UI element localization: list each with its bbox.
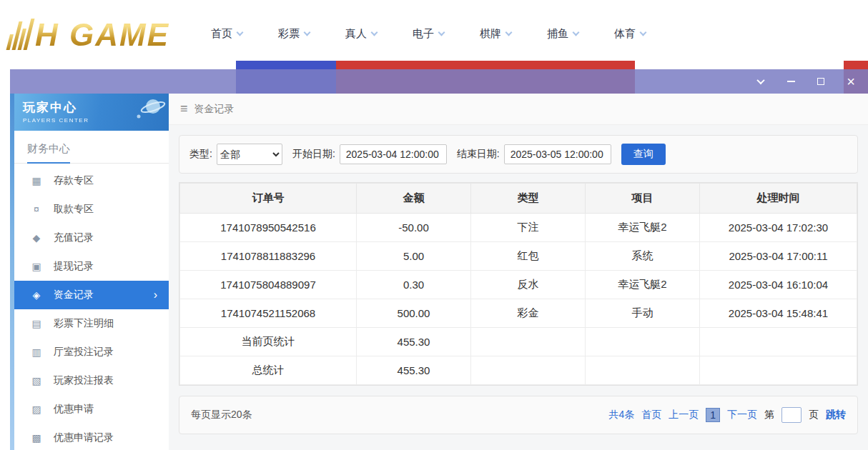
cell-amount: 5.00: [357, 242, 471, 271]
cell-amount: 500.00: [357, 299, 471, 328]
minimize-icon: [787, 81, 795, 82]
sidebar-item-promo-apply-record[interactable]: ▩ 优惠申请记录: [14, 424, 169, 450]
cell-amount: 0.30: [357, 271, 471, 299]
end-date-input[interactable]: [504, 144, 611, 164]
cell-time: 2025-03-04 17:02:30: [700, 214, 857, 242]
window-titlebar: ×: [10, 69, 868, 94]
cell-type: 彩金: [471, 299, 586, 328]
table-row-page-total: 当前页统计 455.30: [180, 328, 857, 356]
nav-item-fishing[interactable]: 捕鱼: [547, 27, 578, 41]
chevron-down-icon: [371, 29, 378, 36]
nav-item-home[interactable]: 首页: [211, 27, 242, 41]
table-row: 1741078950542516 -50.00 下注 幸运飞艇2 2025-03…: [180, 214, 857, 242]
window-close-button[interactable]: ×: [845, 76, 857, 87]
chevron-down-icon: [573, 29, 580, 36]
chevron-down-icon: [640, 29, 647, 36]
hall-bet-record-icon: ▥: [30, 346, 43, 358]
type-label: 类型:: [189, 148, 212, 161]
page-jump-input[interactable]: [781, 407, 802, 423]
cell-label: 总统计: [180, 356, 357, 385]
cell-project: 手动: [586, 299, 700, 328]
recharge-record-icon: ◆: [30, 232, 43, 244]
chevron-down-icon: [756, 76, 764, 84]
window-minimize-button[interactable]: [785, 76, 797, 87]
prev-page-link[interactable]: 上一页: [669, 409, 699, 421]
sidebar-item-hall-bet-record[interactable]: ▥ 厅室投注记录: [14, 338, 169, 366]
table-row: 1741075804889097 0.30 反水 幸运飞艇2 2025-03-0…: [180, 271, 857, 299]
jump-prefix-label: 第: [764, 409, 774, 421]
page-title: 资金记录: [194, 103, 235, 116]
chevron-down-icon: [438, 29, 445, 36]
withdraw-record-icon: ▣: [30, 261, 43, 272]
cell-amount: 455.30: [357, 356, 471, 385]
sidebar-item-player-bet-report[interactable]: ▧ 玩家投注报表: [14, 366, 169, 395]
cell-order-id: 1741078811883296: [180, 242, 357, 271]
main-nav: 首页 彩票 真人 电子 棋牌 捕鱼 体育: [211, 27, 646, 41]
sidebar-item-promo-apply[interactable]: ▨ 优惠申请: [14, 395, 169, 424]
sidebar-item-funds-record[interactable]: ◈ 资金记录 ›: [14, 281, 169, 309]
window-collapse-button[interactable]: [755, 76, 766, 87]
window-maximize-button[interactable]: [815, 76, 827, 87]
sidebar-menu: ▦ 存款专区 ¤ 取款专区 ◆ 充值记录 ▣ 提现记录 ◈ 资金记录: [14, 164, 169, 450]
filter-panel: 类型: 全部 开始日期: 结束日期: 查询: [179, 135, 858, 174]
chevron-down-icon: [505, 29, 513, 36]
col-type: 类型: [471, 184, 586, 214]
nav-item-slots[interactable]: 电子: [413, 27, 444, 41]
start-date-input[interactable]: [340, 144, 447, 164]
jump-suffix-label: 页: [809, 409, 819, 421]
lottery-bet-detail-icon: ▤: [30, 318, 43, 329]
chevron-right-icon: ›: [154, 289, 157, 301]
start-date-label: 开始日期:: [292, 148, 335, 161]
table-row-grand-total: 总统计 455.30: [180, 356, 857, 385]
promo-apply-record-icon: ▩: [30, 432, 43, 444]
pagination-bar: 每页显示20条 共4条 首页 上一页 1 下一页 第 页 跳转: [179, 396, 858, 434]
sidebar-section-finance: 财务中心: [14, 131, 169, 164]
menu-burger-icon[interactable]: ≡: [180, 101, 188, 116]
first-page-link[interactable]: 首页: [641, 409, 661, 421]
col-amount: 金额: [357, 184, 471, 214]
nav-item-cards[interactable]: 棋牌: [480, 27, 511, 41]
col-project: 项目: [586, 184, 700, 214]
cell-amount: -50.00: [357, 214, 471, 242]
per-page-label: 每页显示20条: [191, 409, 252, 421]
cell-type: 下注: [471, 214, 586, 242]
cell-time: 2025-03-04 17:00:11: [700, 242, 857, 271]
deposit-icon: ▦: [30, 175, 43, 186]
player-bet-report-icon: ▧: [30, 375, 43, 386]
total-count: 共4条: [608, 409, 634, 421]
table-header-row: 订单号 金额 类型 项目 处理时间: [180, 184, 857, 214]
sidebar-item-withdraw-zone[interactable]: ¤ 取款专区: [14, 195, 169, 224]
cell-amount: 455.30: [357, 328, 471, 356]
maximize-icon: [817, 78, 824, 85]
cell-project: 系统: [586, 242, 700, 271]
sidebar-item-deposit-zone[interactable]: ▦ 存款专区: [14, 166, 169, 195]
end-date-label: 结束日期:: [457, 148, 500, 161]
logo-text: H GAME: [35, 20, 169, 50]
nav-item-sports[interactable]: 体育: [614, 27, 646, 41]
cell-project: 幸运飞艇2: [586, 214, 700, 242]
cell-order-id: 1741074521152068: [180, 299, 357, 328]
cell-type: 反水: [471, 271, 586, 299]
funds-record-icon: ◈: [30, 289, 43, 301]
cell-order-id: 1741078950542516: [180, 214, 357, 242]
site-logo[interactable]: H GAME: [10, 19, 169, 50]
sidebar-item-recharge-record[interactable]: ◆ 充值记录: [14, 224, 169, 252]
next-page-link[interactable]: 下一页: [727, 409, 757, 421]
sidebar-item-lottery-bet-detail[interactable]: ▤ 彩票下注明细: [14, 309, 169, 338]
nav-item-lottery[interactable]: 彩票: [278, 27, 310, 41]
jump-button[interactable]: 跳转: [826, 409, 846, 421]
cell-time: 2025-03-04 16:10:04: [700, 271, 857, 299]
cell-time: 2025-03-04 15:48:41: [700, 299, 857, 328]
close-icon: ×: [847, 76, 855, 86]
player-center-window: × 玩家中心 PLAYERS CENTER 财务中心: [10, 69, 868, 450]
site-header: H GAME 首页 彩票 真人 电子 棋牌 捕鱼 体育: [0, 0, 868, 68]
sidebar: 玩家中心 PLAYERS CENTER 财务中心 ▦ 存款专区: [14, 94, 169, 450]
type-select[interactable]: 全部: [217, 144, 282, 165]
current-page-button[interactable]: 1: [706, 408, 720, 422]
query-button[interactable]: 查询: [621, 144, 666, 165]
main-content: ≡ 资金记录 类型: 全部 开始日期: 结束日期: 查询: [169, 94, 868, 450]
table-row: 1741074521152068 500.00 彩金 手动 2025-03-04…: [180, 299, 857, 328]
sidebar-item-withdraw-record[interactable]: ▣ 提现记录: [14, 252, 169, 281]
nav-item-live[interactable]: 真人: [345, 27, 377, 41]
promo-apply-icon: ▨: [30, 404, 43, 415]
